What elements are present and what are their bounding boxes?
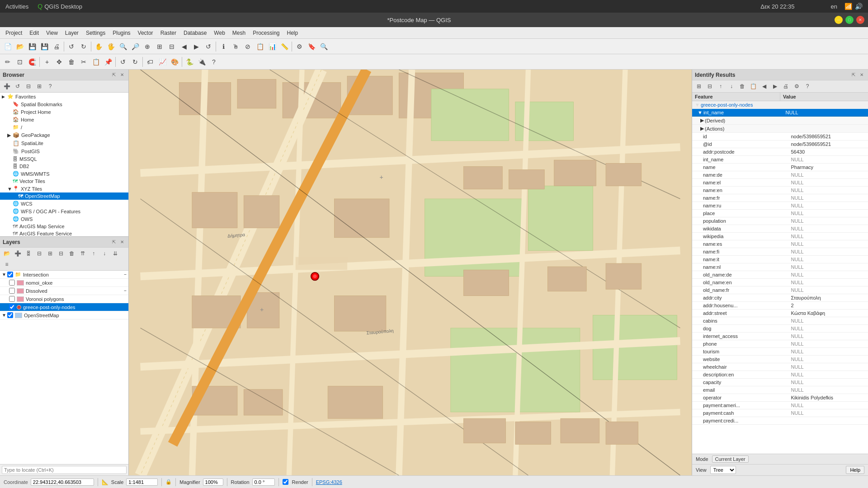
browser-openstreetmap[interactable]: 🗺 OpenStreetMap bbox=[0, 192, 128, 200]
layer-osm-checkbox[interactable] bbox=[7, 312, 13, 318]
layers-remove-btn[interactable]: 🗑 bbox=[67, 249, 77, 258]
epsg-label[interactable]: EPSG:4326 bbox=[316, 479, 342, 485]
rotation-input[interactable] bbox=[252, 479, 275, 486]
magnifier-input[interactable] bbox=[203, 479, 223, 486]
identify-up-btn[interactable]: ↑ bbox=[716, 81, 726, 91]
select-feat-btn[interactable]: 🖱 bbox=[230, 41, 241, 52]
browser-filter-btn[interactable]: ⊟ bbox=[24, 81, 33, 91]
identify-down-btn[interactable]: ↓ bbox=[726, 81, 736, 91]
layer-greece-post-nodes[interactable]: greece-post-only-nodes bbox=[0, 303, 128, 311]
digitize-btn[interactable]: ✏ bbox=[2, 56, 14, 68]
zoom-in-btn[interactable]: 🔍 bbox=[117, 41, 129, 52]
layer-greece-checkbox[interactable] bbox=[9, 304, 15, 310]
delete-btn[interactable]: 🗑 bbox=[66, 56, 77, 68]
view-select[interactable]: Tree Table Graph bbox=[710, 466, 736, 474]
layer-osm-group[interactable]: ▼ OpenStreetMap bbox=[0, 311, 128, 319]
layer-props-btn[interactable]: ⚙ bbox=[293, 41, 305, 52]
snap-btn[interactable]: 🧲 bbox=[26, 56, 38, 68]
style-btn[interactable]: 🎨 bbox=[169, 56, 180, 68]
render-checkbox[interactable] bbox=[283, 479, 288, 485]
help2-btn[interactable]: ? bbox=[208, 56, 220, 68]
coordinate-display[interactable] bbox=[31, 479, 94, 486]
layers-options-btn[interactable]: ≡ bbox=[2, 259, 12, 269]
pan-map-to-sel-btn[interactable]: 🖐 bbox=[105, 41, 117, 52]
menu-settings[interactable]: Settings bbox=[82, 29, 109, 37]
browser-geopackage[interactable]: ▶ 📦 GeoPackage bbox=[0, 131, 128, 139]
layer-nomoi-okxe[interactable]: nomoi_okxe bbox=[0, 279, 128, 287]
label-btn[interactable]: 🏷 bbox=[144, 56, 156, 68]
browser-collapse-btn[interactable]: ⊞ bbox=[34, 81, 44, 91]
layers-add-group-btn[interactable]: ➕ bbox=[13, 249, 23, 258]
undo2-btn[interactable]: ↺ bbox=[117, 56, 129, 68]
menu-plugins[interactable]: Plugins bbox=[109, 29, 134, 37]
help-button[interactable]: Help bbox=[846, 466, 864, 474]
node-tool-btn[interactable]: ⊡ bbox=[14, 56, 26, 68]
open-project-btn[interactable]: 📂 bbox=[14, 41, 26, 52]
layer-intersection-checkbox[interactable] bbox=[7, 272, 13, 277]
browser-refresh-btn[interactable]: ↺ bbox=[13, 81, 23, 91]
browser-add-btn[interactable]: ➕ bbox=[2, 81, 12, 91]
deselect-btn[interactable]: ⊘ bbox=[242, 41, 254, 52]
layer-voronoi[interactable]: Voronoi polygons bbox=[0, 295, 128, 303]
browser-ows[interactable]: 🌐 OWS bbox=[0, 215, 128, 223]
copy-btn[interactable]: 📋 bbox=[90, 56, 102, 68]
zoom-out-btn[interactable]: 🔎 bbox=[129, 41, 141, 52]
browser-vector-tiles[interactable]: 🗺 Vector Tiles bbox=[0, 178, 128, 185]
maximize-btn[interactable]: □ bbox=[845, 16, 854, 24]
browser-wms[interactable]: 🌐 WMS/WMTS bbox=[0, 170, 128, 178]
identify-print-btn[interactable]: 🖨 bbox=[781, 81, 791, 91]
identify-copy-btn[interactable]: 📋 bbox=[748, 81, 758, 91]
layers-move-bottom-btn[interactable]: ⇊ bbox=[110, 249, 120, 258]
menu-web[interactable]: Web bbox=[210, 29, 228, 37]
undo-btn[interactable]: ↺ bbox=[66, 41, 77, 52]
layer-zoom-btn[interactable]: − bbox=[124, 272, 127, 277]
pan-map-btn[interactable]: ✋ bbox=[93, 41, 104, 52]
browser-close-btn[interactable]: ✕ bbox=[118, 71, 126, 79]
identify-actions-row[interactable]: ▶ (Actions) bbox=[692, 125, 786, 132]
identify-float-btn[interactable]: ⇱ bbox=[850, 71, 857, 79]
layers-close-btn[interactable]: ✕ bbox=[118, 239, 126, 246]
locate-bar[interactable] bbox=[2, 466, 127, 474]
zoom-selected-btn[interactable]: ⊞ bbox=[154, 41, 165, 52]
layers-ctrl-btn[interactable]: 🎛 bbox=[24, 249, 33, 258]
refresh-btn[interactable]: ↺ bbox=[203, 41, 214, 52]
identify-clear-btn[interactable]: 🗑 bbox=[737, 81, 747, 91]
browser-spatialite[interactable]: 📋 SpatiaLite bbox=[0, 139, 128, 147]
zoom-next-btn[interactable]: ▶ bbox=[190, 41, 202, 52]
browser-mssql[interactable]: 🗄 MSSQL bbox=[0, 155, 128, 163]
browser-favorites[interactable]: ▶ ⭐ Favorites bbox=[0, 93, 128, 100]
identify-help-btn[interactable]: ? bbox=[802, 81, 812, 91]
browser-xyz-tiles[interactable]: ▼ 📍 XYZ Tiles bbox=[0, 185, 128, 192]
layer-dissolved-btn[interactable]: − bbox=[124, 288, 127, 293]
save-project-btn[interactable]: 💾 bbox=[26, 41, 38, 52]
identify-fwd-btn[interactable]: ▶ bbox=[770, 81, 780, 91]
layers-expand-btn[interactable]: ⊞ bbox=[45, 249, 55, 258]
browser-postgis[interactable]: 🐘 PostGIS bbox=[0, 147, 128, 155]
browser-home[interactable]: 🏠 Home bbox=[0, 116, 128, 123]
layers-filter-btn[interactable]: ⊟ bbox=[34, 249, 44, 258]
print-btn[interactable]: 🖨 bbox=[51, 41, 62, 52]
browser-arcgis-feature[interactable]: 🗺 ArcGIS Feature Service bbox=[0, 230, 128, 236]
layer-dissolved-checkbox[interactable] bbox=[9, 288, 15, 294]
browser-wcs[interactable]: 🌐 WCS bbox=[0, 200, 128, 207]
browser-project-home[interactable]: 🏠 Project Home bbox=[0, 108, 128, 116]
bookmark-btn[interactable]: 🔖 bbox=[306, 41, 317, 52]
identify-int-name-row[interactable]: ▼ int_name bbox=[692, 109, 783, 116]
browser-db2[interactable]: 🗄 DB2 bbox=[0, 163, 128, 170]
lang-indicator[interactable]: en bbox=[831, 3, 837, 10]
search-btn[interactable]: 🔍 bbox=[318, 41, 330, 52]
identify-root-row[interactable]: ▼ greece-post-only-nodes bbox=[692, 101, 780, 108]
layer-dissolved[interactable]: Dissolved − bbox=[0, 287, 128, 295]
menu-mesh[interactable]: Mesh bbox=[229, 29, 249, 37]
stats-btn[interactable]: 📊 bbox=[266, 41, 278, 52]
identify-derived-row[interactable]: ▶ (Derived) bbox=[692, 117, 786, 124]
plugin-btn[interactable]: 🔌 bbox=[196, 56, 208, 68]
redo-btn[interactable]: ↻ bbox=[78, 41, 90, 52]
browser-help-btn[interactable]: ? bbox=[45, 81, 55, 91]
open-table-btn[interactable]: 📋 bbox=[254, 41, 266, 52]
measure-btn[interactable]: 📏 bbox=[278, 41, 290, 52]
zoom-full-btn[interactable]: ⊕ bbox=[142, 41, 153, 52]
identify-back-btn[interactable]: ◀ bbox=[759, 81, 769, 91]
activities-label[interactable]: Activities bbox=[5, 3, 28, 10]
layers-move-down-btn[interactable]: ↓ bbox=[99, 249, 109, 258]
